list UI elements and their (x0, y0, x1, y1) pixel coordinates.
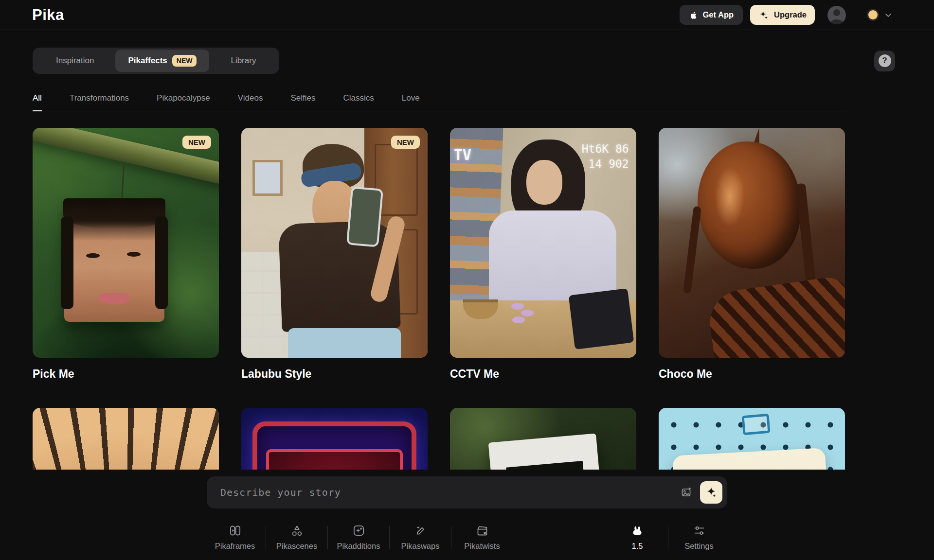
apple-icon (689, 10, 698, 20)
generate-button[interactable] (700, 481, 722, 504)
upgrade-button[interactable]: Upgrade (750, 5, 815, 25)
question-mark-icon: ? (879, 54, 891, 67)
nav-model-version[interactable]: 1.5 (609, 524, 666, 551)
avatar-body-shape (830, 19, 844, 24)
new-badge: NEW (391, 136, 420, 149)
gloss-highlight-shape (715, 167, 745, 227)
header: Pika Get App Upgrade (0, 0, 934, 30)
pikaframes-icon (229, 524, 242, 537)
chocolate-head-shape (698, 141, 801, 269)
credits-coin-icon (868, 10, 878, 19)
sliders-icon (693, 524, 706, 537)
prompt-input[interactable] (219, 486, 678, 499)
choco-me-thumbnail (659, 128, 845, 358)
nav-divider (668, 526, 668, 549)
effect-title: Pick Me (33, 368, 219, 381)
face-shape (526, 160, 562, 205)
cctv-overlay-text: TV (454, 146, 471, 163)
filter-classics[interactable]: Classics (343, 93, 374, 111)
avatar[interactable] (827, 6, 846, 24)
bottom-nav: Pikaframes Pikascenes Pikadditions (206, 524, 728, 551)
tab-library-label: Library (231, 56, 256, 66)
pikaswaps-icon (414, 524, 427, 537)
hanger-shape (742, 414, 771, 436)
wall-frame-shape (252, 160, 283, 196)
eye-shape (86, 253, 100, 258)
eye-shape (127, 252, 141, 257)
pikaffects-new-badge: NEW (172, 55, 197, 67)
model-version-label: 1.5 (632, 542, 643, 551)
hair-right-shape (155, 216, 168, 310)
pick-me-thumbnail: NEW (33, 128, 219, 358)
filter-transformations[interactable]: Transformations (70, 93, 129, 111)
macaron-shape (511, 303, 524, 310)
labubu-style-thumbnail: NEW (241, 128, 428, 358)
nav-divider (327, 526, 328, 549)
nav-pikadditions[interactable]: Pikadditions (330, 524, 387, 551)
help-button[interactable]: ? (874, 51, 895, 71)
bangs-shape (63, 198, 165, 228)
nav-label: Pikaframes (215, 542, 255, 551)
nav-label: Settings (684, 542, 714, 551)
get-app-button[interactable]: Get App (680, 5, 743, 25)
avatar-head-shape (833, 9, 840, 16)
image-add-icon (681, 486, 692, 499)
effect-card-cctv-me[interactable]: TV Ht6K 86 14 902 CCTV Me (450, 128, 636, 381)
pikadditions-icon (352, 524, 365, 537)
nav-pikaframes[interactable]: Pikaframes (206, 524, 264, 551)
lips-shape (98, 293, 130, 304)
rabbit-icon (631, 524, 644, 537)
star-icon (705, 486, 718, 499)
nav-divider (451, 526, 451, 549)
tab-pikaffects[interactable]: Pikaffects NEW (115, 50, 209, 72)
nav-settings[interactable]: Settings (670, 524, 728, 551)
credits-menu[interactable] (868, 10, 893, 20)
pikascenes-icon (290, 524, 304, 537)
filter-tabs: All Transformations Pikapocalypse Videos… (33, 93, 845, 111)
hair-strand-shape (683, 206, 701, 294)
effect-title: CCTV Me (450, 368, 636, 381)
nav-divider (389, 526, 390, 549)
nav-pikascenes[interactable]: Pikascenes (268, 524, 325, 551)
effect-card-pick-me[interactable]: NEW Pick Me (33, 128, 219, 381)
effect-card-choco-me[interactable]: Choco Me (659, 128, 845, 381)
cctv-timestamp-text: Ht6K 86 14 902 (582, 141, 629, 172)
effect-title: Choco Me (659, 368, 845, 381)
tab-inspiration-label: Inspiration (56, 56, 94, 66)
bottom-panel: Pikaframes Pikascenes Pikadditions (0, 470, 934, 560)
nav-label: Pikaswaps (401, 542, 440, 551)
nav-label: Pikascenes (276, 542, 317, 551)
filter-videos[interactable]: Videos (238, 93, 263, 111)
nav-label: Pikadditions (337, 542, 380, 551)
nav-pikatwists[interactable]: Pikatwists (453, 524, 511, 551)
upgrade-label: Upgrade (774, 10, 807, 19)
filter-all[interactable]: All (33, 93, 42, 111)
skirt-shape (288, 328, 401, 358)
sparkle-icon (758, 10, 769, 20)
cctv-me-thumbnail: TV Ht6K 86 14 902 (450, 128, 636, 358)
shoulder-shape (706, 275, 845, 358)
pika-logo[interactable]: Pika (32, 6, 64, 24)
string-shape (121, 165, 125, 202)
nav-label: Pikatwists (464, 542, 500, 551)
effects-grid-row1: NEW Pick Me NEW Labubu Styl (33, 128, 901, 381)
filter-selfies[interactable]: Selfies (290, 93, 315, 111)
effect-card-labubu-style[interactable]: NEW Labubu Style (241, 128, 428, 381)
header-actions: Get App Upgrade (680, 5, 894, 25)
effect-title: Labubu Style (241, 368, 428, 381)
add-image-button[interactable] (678, 484, 695, 501)
tab-library[interactable]: Library (209, 50, 277, 72)
chevron-down-icon (883, 10, 893, 20)
tab-pikaffects-label: Pikaffects (128, 56, 167, 66)
monitor-shape (568, 288, 634, 350)
get-app-label: Get App (703, 10, 734, 19)
main-tabbar: Inspiration Pikaffects NEW Library (33, 48, 279, 74)
hair-left-shape (61, 216, 73, 310)
tabs-row: Inspiration Pikaffects NEW Library ? (0, 48, 934, 74)
nav-divider (266, 526, 266, 549)
filter-love[interactable]: Love (402, 93, 420, 111)
nav-pikaswaps[interactable]: Pikaswaps (392, 524, 449, 551)
macaron-shape (521, 310, 534, 316)
tab-inspiration[interactable]: Inspiration (35, 50, 115, 72)
filter-pikapocalypse[interactable]: Pikapocalypse (157, 93, 210, 111)
